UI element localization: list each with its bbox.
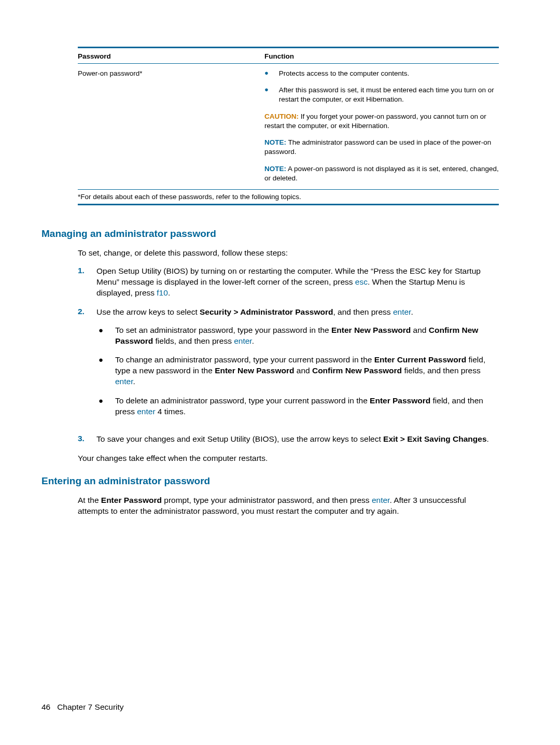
body-paragraph: At the Enter Password prompt, type your … [78,495,499,517]
step-number: 3. [78,434,96,445]
note-label: NOTE: [264,138,286,146]
field-name: Enter Password [101,496,162,504]
bullet-text: To change an administrator password, typ… [115,355,499,387]
text-run: fields, and then press [153,336,234,345]
field-name: Enter Password [370,396,430,405]
chapter-label: Chapter 7 Security [57,702,123,711]
field-name: Enter New Password [331,326,411,334]
cell-password-name: Power-on password* [78,69,264,185]
step-text: Use the arrow keys to select Security > … [96,307,499,426]
text-run: 4 times. [156,407,186,416]
step-2: 2. Use the arrow keys to select Security… [78,307,499,426]
field-name: Enter Current Password [374,355,466,364]
text-run: . [168,288,170,297]
page-number: 46 [41,702,50,711]
text-run: . [252,336,254,345]
cell-function: ● Protects access to the computer conten… [264,69,499,185]
list-item: ● After this password is set, it must be… [264,86,499,104]
text-run: prompt, type your administrator password… [162,496,372,504]
column-header-password: Password [78,52,264,60]
caution-block: CAUTION: If you forget your power-on pas… [264,112,499,131]
steps-list: 1. Open Setup Utility (BIOS) by turning … [78,266,499,445]
heading-managing-admin-password: Managing an administrator password [41,228,499,240]
intro-paragraph: To set, change, or delete this password,… [78,248,499,259]
step-text: To save your changes and exit Setup Util… [96,434,499,445]
list-item: ● To change an administrator password, t… [96,355,499,387]
text-run: To save your changes and exit Setup Util… [96,434,383,443]
sub-bullets: ● To set an administrator password, type… [96,325,499,417]
text-run: At the [78,496,101,504]
menu-path: Security > Administrator Password [200,307,333,316]
password-table: Password Function Power-on password* ● P… [78,47,499,205]
text-run: fields, and then press [402,366,481,375]
note-text: The administrator password can be used i… [264,138,491,156]
keycap-f10: f10 [157,288,168,297]
function-bullets: ● Protects access to the computer conten… [264,69,499,105]
keycap-enter: enter [234,336,251,345]
bullet-text: To delete an administrator password, typ… [115,396,499,417]
page-content: Password Function Power-on password* ● P… [0,0,560,517]
note-label: NOTE: [264,165,286,173]
keycap-enter: enter [372,496,389,504]
text-run: . [487,434,489,443]
step-text: Open Setup Utility (BIOS) by turning on … [96,266,499,299]
table-bottom-rule [78,204,499,205]
step-3: 3. To save your changes and exit Setup U… [78,434,499,445]
text-run: . [411,307,413,316]
bullet-icon: ● [96,396,115,417]
bullet-text: After this password is set, it must be e… [279,86,499,104]
step-number: 2. [78,307,96,426]
step-number: 1. [78,266,96,299]
bullet-text: Protects access to the computer contents… [279,69,499,78]
text-run: and [411,326,428,334]
menu-path: Exit > Exit Saving Changes [383,434,486,443]
note-block: NOTE: A power-on password is not display… [264,164,499,183]
field-name: Enter New Password [215,366,294,375]
column-header-function: Function [264,52,499,60]
list-item: ● To delete an administrator password, t… [96,396,499,417]
text-run: and [294,366,312,375]
note-text: A power-on password is not displayed as … [264,165,499,182]
keycap-enter: enter [115,377,133,386]
bullet-icon: ● [96,355,115,387]
field-name: Confirm New Password [312,366,402,375]
outro-paragraph: Your changes take effect when the comput… [78,453,499,464]
list-item: ● To set an administrator password, type… [96,325,499,347]
keycap-enter: enter [393,307,411,316]
list-item: ● Protects access to the computer conten… [264,69,499,78]
page-footer: 46 Chapter 7 Security [41,702,124,712]
caution-label: CAUTION: [264,113,299,120]
text-run: , and then press [333,307,393,316]
bullet-text: To set an administrator password, type y… [115,325,499,347]
text-run: . [133,377,135,386]
bullet-icon: ● [96,325,115,347]
keycap-enter: enter [137,407,155,416]
text-run: To change an administrator password, typ… [115,355,374,364]
table-header-row: Password Function [78,48,499,63]
heading-entering-admin-password: Entering an administrator password [41,475,499,487]
bullet-icon: ● [264,86,279,104]
note-block: NOTE: The administrator password can be … [264,138,499,157]
table-footnote: *For details about each of these passwor… [78,190,499,204]
table-row: Power-on password* ● Protects access to … [78,64,499,189]
text-run: To set an administrator password, type y… [115,326,331,334]
text-run: Use the arrow keys to select [96,307,200,316]
text-run: To delete an administrator password, typ… [115,396,370,405]
step-1: 1. Open Setup Utility (BIOS) by turning … [78,266,499,299]
keycap-esc: esc [355,277,368,286]
bullet-icon: ● [264,69,279,78]
